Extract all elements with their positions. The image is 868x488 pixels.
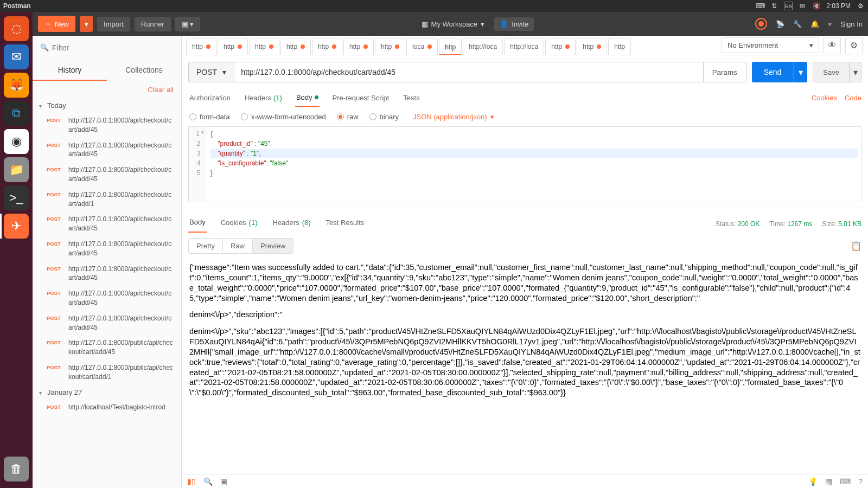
gear-icon[interactable]: ⚙ xyxy=(856,2,865,10)
firefox-icon[interactable]: 🦊 xyxy=(4,73,29,98)
radio-binary[interactable]: binary xyxy=(369,113,399,121)
subtab-tests[interactable]: Tests xyxy=(402,89,420,106)
request-tab[interactable]: loca xyxy=(406,38,438,55)
request-tab[interactable]: http xyxy=(186,38,216,55)
subtab-prerequest[interactable]: Pre-request Script xyxy=(331,89,391,106)
history-item[interactable]: POSThttp://127.0.0.1:8000/api/checkout/c… xyxy=(33,162,181,187)
history-item[interactable]: POSThttp://127.0.0.1:8000/api/checkout/c… xyxy=(33,113,181,138)
clock[interactable]: 2:03 PM xyxy=(826,2,851,10)
find-icon[interactable]: 🔍 xyxy=(203,477,213,486)
terminal-icon[interactable]: >_ xyxy=(4,185,29,210)
heart-icon[interactable]: ♥ xyxy=(828,20,832,28)
radio-raw[interactable]: raw xyxy=(337,113,359,121)
environment-select[interactable]: No Environment▾ xyxy=(722,37,819,53)
view-raw[interactable]: Raw xyxy=(223,238,252,254)
history-item[interactable]: POSThttp://127.0.0.1:8000/api/checkout/c… xyxy=(33,236,181,261)
request-tab[interactable]: http xyxy=(249,38,279,55)
request-tab[interactable]: http xyxy=(577,38,607,55)
history-item[interactable]: POSThttp://127.0.0.1:8000/api/checkout/c… xyxy=(33,311,181,336)
language-indicator[interactable]: En xyxy=(784,2,793,10)
copy-response-icon[interactable]: 📋 xyxy=(851,241,861,251)
satellite-icon[interactable]: 📡 xyxy=(776,20,784,28)
request-tab[interactable]: http xyxy=(608,38,631,55)
request-tab[interactable]: http xyxy=(312,38,342,55)
history-item[interactable]: POSThttp://127.0.0.1:8000/public/api/che… xyxy=(33,360,181,385)
url-input[interactable] xyxy=(234,62,704,82)
new-dropdown-caret[interactable]: ▾ xyxy=(80,16,93,32)
history-list[interactable]: Today POSThttp://127.0.0.1:8000/api/chec… xyxy=(33,98,181,488)
method-dropdown[interactable]: POST▾ xyxy=(188,62,234,82)
request-tab[interactable]: http://loca xyxy=(463,38,503,55)
editor-code[interactable]: { "product_id" : "45", "quantity" : "1",… xyxy=(207,127,861,202)
workspace-dropdown[interactable]: ▦My Workspace▾ xyxy=(422,20,485,28)
history-item[interactable]: POSThttp://127.0.0.1:8000/api/checkout/c… xyxy=(33,211,181,236)
save-button[interactable]: Save xyxy=(813,62,850,82)
dash-icon[interactable]: ◌ xyxy=(4,16,29,41)
layout-icon[interactable]: ▦ xyxy=(825,477,832,486)
response-preview[interactable]: {"message":"Item was successfully added … xyxy=(182,259,868,474)
new-button[interactable]: ＋New xyxy=(38,16,75,32)
history-item[interactable]: POSThttp://127.0.0.1:8000/api/checkout/c… xyxy=(33,138,181,163)
files-icon[interactable]: 📁 xyxy=(4,157,29,182)
request-tab[interactable]: http xyxy=(280,38,311,55)
sync-icon[interactable] xyxy=(755,18,767,30)
code-link[interactable]: Code xyxy=(845,94,861,102)
bell-icon[interactable]: 🔔 xyxy=(810,20,819,28)
volume-icon[interactable]: 🔇 xyxy=(812,2,821,10)
cookies-link[interactable]: Cookies xyxy=(812,94,837,102)
view-preview[interactable]: Preview xyxy=(252,238,293,254)
mail-icon[interactable]: ✉ xyxy=(798,2,807,10)
subtab-authorization[interactable]: Authorization xyxy=(188,89,232,106)
keyboard-icon[interactable]: ⌨ xyxy=(756,2,764,10)
resp-tab-headers[interactable]: Headers(8) xyxy=(272,215,312,232)
tab-collections[interactable]: Collections xyxy=(107,60,181,81)
request-tab[interactable]: http xyxy=(218,38,248,55)
history-item[interactable]: POSThttp://127.0.0.1:8000/public/api/che… xyxy=(33,335,181,360)
history-item[interactable]: POSThttp://127.0.0.1:8000/api/checkout/c… xyxy=(33,261,181,286)
date-group-today[interactable]: Today xyxy=(33,98,181,113)
env-quicklook-button[interactable]: 👁 xyxy=(824,37,841,54)
vscode-icon[interactable]: ⧉ xyxy=(4,101,29,126)
sidebar-toggle-icon[interactable]: ▮▯ xyxy=(187,477,196,486)
view-pretty[interactable]: Pretty xyxy=(188,238,223,254)
request-tab[interactable]: http xyxy=(545,38,576,55)
postman-icon[interactable]: ✈ xyxy=(4,214,29,239)
clear-all-link[interactable]: Clear all xyxy=(33,81,181,98)
history-item[interactable]: POSThttp://localhost/Test/bagisto-introd xyxy=(33,400,181,415)
request-tab[interactable]: http xyxy=(375,38,405,55)
chrome-icon[interactable]: ◉ xyxy=(4,129,29,154)
signin-link[interactable]: Sign In xyxy=(841,20,863,28)
body-editor[interactable]: 1 ▾ 2 3 4 5 { "product_id" : "45", "quan… xyxy=(188,126,861,202)
params-button[interactable]: Params xyxy=(704,62,746,82)
content-type-dropdown[interactable]: JSON (application/json)▾ xyxy=(413,113,494,121)
network-icon[interactable]: ⇅ xyxy=(770,2,778,10)
settings-gear-button[interactable]: ⚙ xyxy=(845,37,863,54)
subtab-body[interactable]: Body xyxy=(295,89,320,107)
request-tab[interactable]: http://loca xyxy=(504,38,544,55)
thunderbird-icon[interactable]: ✉ xyxy=(4,44,29,69)
console-icon[interactable]: ▣ xyxy=(220,477,227,486)
keyboard-shortcuts-icon[interactable]: ⌨ xyxy=(840,477,851,486)
resp-tab-cookies[interactable]: Cookies(1) xyxy=(220,215,259,232)
runner-button[interactable]: Runner xyxy=(135,17,171,31)
history-item[interactable]: POSThttp://127.0.0.1:8000/api/checkout/c… xyxy=(33,187,181,212)
trash-icon[interactable]: 🗑 xyxy=(4,457,29,481)
send-button[interactable]: Send xyxy=(752,62,794,82)
filter-input[interactable] xyxy=(38,41,176,54)
save-dropdown-caret[interactable]: ▾ xyxy=(850,62,861,82)
help-icon[interactable]: ? xyxy=(858,477,863,486)
window-menu-button[interactable]: ▣ ▾ xyxy=(175,17,201,31)
subtab-headers[interactable]: Headers (1) xyxy=(244,89,283,106)
radio-urlencoded[interactable]: x-www-form-urlencoded xyxy=(241,113,326,121)
send-dropdown-caret[interactable]: ▾ xyxy=(793,62,807,82)
request-tab[interactable]: http xyxy=(343,38,374,55)
invite-button[interactable]: 👤Invite xyxy=(494,17,534,31)
history-item[interactable]: POSThttp://127.0.0.1:8000/api/checkout/c… xyxy=(33,286,181,311)
date-group-jan27[interactable]: January 27 xyxy=(33,385,181,400)
import-button[interactable]: Import xyxy=(97,17,130,31)
resp-tab-body[interactable]: Body xyxy=(188,215,207,233)
wrench-icon[interactable]: 🔧 xyxy=(793,20,802,28)
tab-history[interactable]: History xyxy=(33,60,107,81)
radio-form-data[interactable]: form-data xyxy=(189,113,230,121)
bootcamp-icon[interactable]: 💡 xyxy=(808,477,818,486)
